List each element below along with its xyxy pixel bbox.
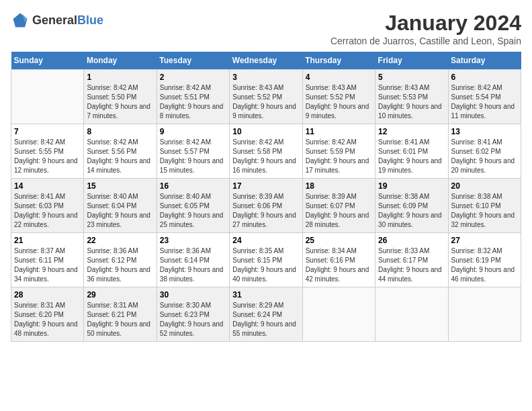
calendar-cell: 2Sunrise: 8:42 AMSunset: 5:51 PMDaylight… — [157, 70, 229, 124]
day-number: 15 — [87, 181, 153, 191]
day-number: 4 — [306, 73, 372, 82]
day-number: 30 — [160, 290, 226, 300]
cell-info: Sunrise: 8:35 AMSunset: 6:15 PMDaylight:… — [232, 246, 299, 284]
calendar-cell: 15Sunrise: 8:40 AMSunset: 6:04 PMDayligh… — [84, 179, 157, 233]
calendar-cell: 27Sunrise: 8:32 AMSunset: 6:19 PMDayligh… — [448, 233, 521, 287]
weekday-header-sunday: Sunday — [11, 52, 84, 70]
cell-info: Sunrise: 8:41 AMSunset: 6:01 PMDaylight:… — [378, 138, 445, 175]
cell-info: Sunrise: 8:32 AMSunset: 6:19 PMDaylight:… — [451, 246, 518, 284]
calendar-cell: 29Sunrise: 8:31 AMSunset: 6:21 PMDayligh… — [84, 287, 157, 342]
day-number: 24 — [232, 236, 299, 245]
day-number: 3 — [232, 73, 299, 82]
cell-info: Sunrise: 8:38 AMSunset: 6:10 PMDaylight:… — [451, 192, 518, 230]
calendar-cell: 11Sunrise: 8:42 AMSunset: 5:59 PMDayligh… — [302, 124, 375, 179]
day-number: 25 — [306, 236, 372, 245]
day-number: 20 — [451, 181, 518, 191]
weekday-header-saturday: Saturday — [448, 52, 521, 70]
cell-info: Sunrise: 8:39 AMSunset: 6:07 PMDaylight:… — [306, 192, 372, 230]
day-number: 17 — [232, 181, 299, 191]
cell-info: Sunrise: 8:40 AMSunset: 6:05 PMDaylight:… — [160, 192, 226, 230]
calendar-week-3: 14Sunrise: 8:41 AMSunset: 6:03 PMDayligh… — [11, 179, 521, 233]
calendar-cell: 6Sunrise: 8:42 AMSunset: 5:54 PMDaylight… — [448, 70, 521, 124]
header: GeneralBlue January 2024 Cerraton de Jua… — [11, 11, 521, 46]
calendar-cell — [375, 287, 448, 342]
day-number: 28 — [14, 290, 81, 300]
calendar-week-1: 1Sunrise: 8:42 AMSunset: 5:50 PMDaylight… — [11, 70, 521, 124]
calendar-cell: 21Sunrise: 8:37 AMSunset: 6:11 PMDayligh… — [11, 233, 84, 287]
logo-icon — [11, 11, 30, 30]
cell-info: Sunrise: 8:43 AMSunset: 5:52 PMDaylight:… — [306, 83, 372, 121]
weekday-header-friday: Friday — [375, 52, 448, 70]
calendar-cell: 23Sunrise: 8:36 AMSunset: 6:14 PMDayligh… — [157, 233, 229, 287]
day-number: 7 — [14, 127, 81, 136]
day-number: 22 — [87, 236, 153, 245]
calendar-cell: 7Sunrise: 8:42 AMSunset: 5:55 PMDaylight… — [11, 124, 84, 179]
calendar-cell: 24Sunrise: 8:35 AMSunset: 6:15 PMDayligh… — [230, 233, 302, 287]
calendar-cell: 14Sunrise: 8:41 AMSunset: 6:03 PMDayligh… — [11, 179, 84, 233]
cell-info: Sunrise: 8:41 AMSunset: 6:03 PMDaylight:… — [14, 192, 81, 230]
cell-info: Sunrise: 8:42 AMSunset: 5:55 PMDaylight:… — [14, 138, 81, 175]
cell-info: Sunrise: 8:36 AMSunset: 6:14 PMDaylight:… — [160, 246, 226, 284]
weekday-header-thursday: Thursday — [302, 52, 375, 70]
calendar-cell: 31Sunrise: 8:29 AMSunset: 6:24 PMDayligh… — [230, 287, 302, 342]
calendar-cell — [302, 287, 375, 342]
day-number: 16 — [160, 181, 226, 191]
calendar-cell: 12Sunrise: 8:41 AMSunset: 6:01 PMDayligh… — [375, 124, 448, 179]
day-number: 11 — [306, 127, 372, 136]
day-number: 8 — [87, 127, 153, 136]
day-number: 9 — [160, 127, 226, 136]
subtitle: Cerraton de Juarros, Castille and Leon, … — [330, 36, 521, 46]
cell-info: Sunrise: 8:42 AMSunset: 5:57 PMDaylight:… — [160, 138, 226, 175]
day-number: 18 — [306, 181, 372, 191]
cell-info: Sunrise: 8:42 AMSunset: 5:51 PMDaylight:… — [160, 83, 226, 121]
cell-info: Sunrise: 8:34 AMSunset: 6:16 PMDaylight:… — [306, 246, 372, 284]
calendar-cell: 22Sunrise: 8:36 AMSunset: 6:12 PMDayligh… — [84, 233, 157, 287]
calendar-cell: 9Sunrise: 8:42 AMSunset: 5:57 PMDaylight… — [157, 124, 229, 179]
calendar-cell: 25Sunrise: 8:34 AMSunset: 6:16 PMDayligh… — [302, 233, 375, 287]
cell-info: Sunrise: 8:43 AMSunset: 5:52 PMDaylight:… — [232, 83, 299, 121]
day-number: 19 — [378, 181, 445, 191]
day-number: 5 — [378, 73, 445, 82]
calendar-table: SundayMondayTuesdayWednesdayThursdayFrid… — [11, 52, 521, 342]
logo-blue: Blue — [77, 13, 103, 27]
day-number: 31 — [232, 290, 299, 300]
calendar-cell — [11, 70, 84, 124]
cell-info: Sunrise: 8:38 AMSunset: 6:09 PMDaylight:… — [378, 192, 445, 230]
calendar-cell: 1Sunrise: 8:42 AMSunset: 5:50 PMDaylight… — [84, 70, 157, 124]
day-number: 27 — [451, 236, 518, 245]
cell-info: Sunrise: 8:42 AMSunset: 5:50 PMDaylight:… — [87, 83, 153, 121]
calendar-cell — [448, 287, 521, 342]
calendar-cell: 8Sunrise: 8:42 AMSunset: 5:56 PMDaylight… — [84, 124, 157, 179]
calendar-week-4: 21Sunrise: 8:37 AMSunset: 6:11 PMDayligh… — [11, 233, 521, 287]
weekday-header-tuesday: Tuesday — [157, 52, 229, 70]
cell-info: Sunrise: 8:30 AMSunset: 6:23 PMDaylight:… — [160, 301, 226, 338]
cell-info: Sunrise: 8:29 AMSunset: 6:24 PMDaylight:… — [232, 301, 299, 338]
calendar-cell: 20Sunrise: 8:38 AMSunset: 6:10 PMDayligh… — [448, 179, 521, 233]
cell-info: Sunrise: 8:31 AMSunset: 6:21 PMDaylight:… — [87, 301, 153, 338]
cell-info: Sunrise: 8:39 AMSunset: 6:06 PMDaylight:… — [232, 192, 299, 230]
cell-info: Sunrise: 8:31 AMSunset: 6:20 PMDaylight:… — [14, 301, 81, 338]
day-number: 10 — [232, 127, 299, 136]
calendar-cell: 19Sunrise: 8:38 AMSunset: 6:09 PMDayligh… — [375, 179, 448, 233]
day-number: 1 — [87, 73, 153, 82]
calendar-cell: 5Sunrise: 8:43 AMSunset: 5:53 PMDaylight… — [375, 70, 448, 124]
cell-info: Sunrise: 8:40 AMSunset: 6:04 PMDaylight:… — [87, 192, 153, 230]
logo-text: General — [32, 13, 77, 27]
main-title: January 2024 — [330, 11, 521, 36]
day-number: 6 — [451, 73, 518, 82]
cell-info: Sunrise: 8:41 AMSunset: 6:02 PMDaylight:… — [451, 138, 518, 175]
logo: GeneralBlue — [11, 11, 103, 30]
calendar-cell: 26Sunrise: 8:33 AMSunset: 6:17 PMDayligh… — [375, 233, 448, 287]
day-number: 23 — [160, 236, 226, 245]
calendar-cell: 3Sunrise: 8:43 AMSunset: 5:52 PMDaylight… — [230, 70, 302, 124]
calendar-cell: 28Sunrise: 8:31 AMSunset: 6:20 PMDayligh… — [11, 287, 84, 342]
cell-info: Sunrise: 8:43 AMSunset: 5:53 PMDaylight:… — [378, 83, 445, 121]
day-number: 14 — [14, 181, 81, 191]
calendar-cell: 17Sunrise: 8:39 AMSunset: 6:06 PMDayligh… — [230, 179, 302, 233]
day-number: 21 — [14, 236, 81, 245]
cell-info: Sunrise: 8:42 AMSunset: 5:58 PMDaylight:… — [232, 138, 299, 175]
weekday-header-wednesday: Wednesday — [230, 52, 302, 70]
weekday-header-row: SundayMondayTuesdayWednesdayThursdayFrid… — [11, 52, 521, 70]
day-number: 12 — [378, 127, 445, 136]
cell-info: Sunrise: 8:33 AMSunset: 6:17 PMDaylight:… — [378, 246, 445, 284]
